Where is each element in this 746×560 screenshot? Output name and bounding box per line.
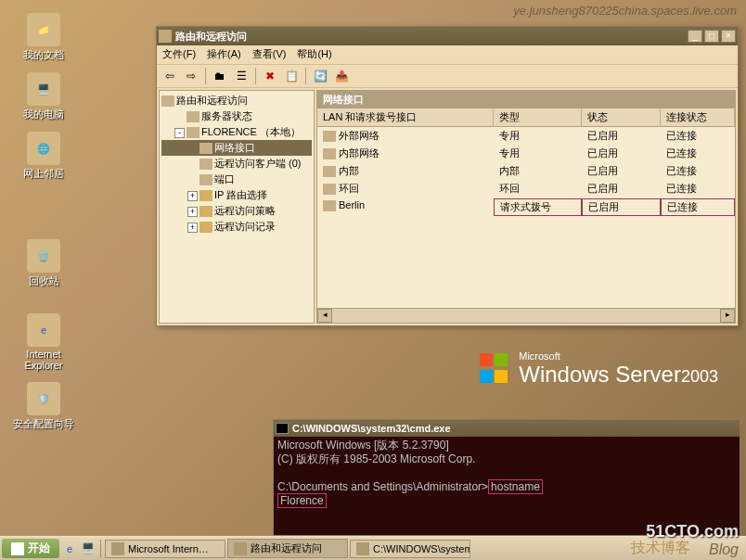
up-button[interactable]: 🖿	[211, 67, 229, 85]
cmd-output[interactable]: Microsoft Windows [版本 5.2.3790] (C) 版权所有…	[274, 437, 740, 535]
forward-button[interactable]: ⇨	[182, 67, 200, 85]
ie-icon	[111, 542, 124, 555]
tree-remote-logging[interactable]: +远程访问记录	[161, 219, 312, 235]
tree-remote-clients[interactable]: 远程访问客户端 (0)	[161, 156, 312, 172]
rras-icon	[234, 542, 247, 555]
column-status[interactable]: 状态	[582, 108, 661, 126]
menu-file[interactable]: 文件(F)	[162, 47, 196, 62]
column-conn[interactable]: 连接状态	[661, 108, 735, 126]
nic-icon	[323, 166, 336, 177]
app-icon	[159, 30, 172, 43]
cmd-icon	[276, 423, 289, 434]
tree-local-server[interactable]: -FLORENCE （本地）	[161, 124, 312, 140]
scroll-left-arrow[interactable]: ◂	[317, 309, 332, 323]
tree-server-status[interactable]: 服务器状态	[161, 108, 312, 124]
desktop-icon-network[interactable]: 🌐 网上邻居	[11, 132, 76, 181]
list-row[interactable]: 内部 内部 已启用 已连接	[317, 162, 735, 180]
nic-icon	[323, 131, 336, 142]
menu-action[interactable]: 操作(A)	[207, 47, 241, 62]
folder-icon: 📁	[27, 13, 60, 46]
taskbar-item-ie[interactable]: Microsoft Intern…	[105, 540, 225, 558]
props-button[interactable]: 📋	[282, 67, 301, 85]
quicklaunch-ie[interactable]: e	[61, 541, 78, 557]
list-column-headers: LAN 和请求拨号接口 类型 状态 连接状态	[317, 108, 735, 127]
internet-explorer-icon: e	[27, 313, 60, 347]
tree-network-interfaces[interactable]: 网络接口	[161, 140, 312, 156]
cmd-title-bar[interactable]: C:\WINDOWS\system32\cmd.exe	[274, 420, 740, 437]
quicklaunch-desktop[interactable]: 🖥️	[80, 541, 96, 557]
title-bar[interactable]: 路由和远程访问 _ □ ×	[157, 27, 738, 45]
toolbar: ⇦ ⇨ 🖿 ☰ ✖ 📋 🔄 📤	[157, 64, 738, 88]
desktop-icon-ie[interactable]: e Internet Explorer	[11, 313, 76, 371]
list-row[interactable]: 外部网络 专用 已启用 已连接	[317, 127, 735, 145]
horizontal-scrollbar[interactable]: ◂ ▸	[317, 308, 735, 323]
window-title: 路由和远程访问	[175, 30, 686, 44]
tree-root[interactable]: 路由和远程访问	[161, 93, 312, 108]
export-button[interactable]: 📤	[332, 67, 351, 85]
maximize-button[interactable]: □	[704, 30, 719, 43]
menu-help[interactable]: 帮助(H)	[297, 47, 331, 62]
list-panel: 网络接口 LAN 和请求拨号接口 类型 状态 连接状态 外部网络 专用 已启用 …	[316, 90, 736, 324]
properties-button[interactable]: ☰	[232, 67, 251, 85]
tree-ip-routing[interactable]: +IP 路由选择	[161, 187, 312, 203]
close-button[interactable]: ×	[721, 30, 736, 43]
shield-icon: 🛡️	[27, 382, 60, 415]
dial-icon	[323, 200, 336, 211]
taskbar-item-cmd[interactable]: C:\WINDOWS\system…	[350, 540, 470, 558]
desktop-icon-mycomputer[interactable]: 🖥️ 我的电脑	[11, 72, 76, 121]
computer-icon: 🖥️	[27, 72, 60, 106]
refresh-button[interactable]: 🔄	[311, 67, 329, 85]
cmd-icon	[356, 542, 369, 555]
network-icon: 🌐	[27, 132, 60, 165]
desktop-icon-recycle[interactable]: 🗑️ 回收站	[11, 239, 76, 288]
menu-view[interactable]: 查看(V)	[252, 47, 287, 62]
list-row[interactable]: 内部网络 专用 已启用 已连接	[317, 145, 735, 162]
desktop-icon-security-wizard[interactable]: 🛡️ 安全配置向导	[11, 382, 76, 431]
rras-window: 路由和远程访问 _ □ × 文件(F) 操作(A) 查看(V) 帮助(H) ⇦ …	[156, 26, 739, 326]
windows-server-logo: Microsoft Windows Server2003	[479, 350, 718, 388]
column-type[interactable]: 类型	[494, 108, 582, 126]
scroll-right-arrow[interactable]: ▸	[720, 309, 735, 323]
blog-text: Blog	[709, 541, 739, 558]
recycle-icon: 🗑️	[27, 239, 60, 273]
tree-remote-policies[interactable]: +远程访问策略	[161, 203, 312, 219]
cmd-window: C:\WINDOWS\system32\cmd.exe Microsoft Wi…	[273, 419, 740, 536]
windows-flag-icon	[11, 542, 24, 555]
cmd-hostname-output: Florence	[277, 493, 327, 508]
cmd-command: hostname	[488, 479, 543, 494]
taskbar-item-rras[interactable]: 路由和远程访问	[227, 539, 348, 558]
tree-ports[interactable]: 端口	[161, 172, 312, 187]
tree-panel: 路由和远程访问 服务器状态 -FLORENCE （本地） 网络接口 远程访问客户…	[159, 90, 315, 324]
list-row[interactable]: 环回 环回 已启用 已连接	[317, 180, 735, 197]
menu-bar: 文件(F) 操作(A) 查看(V) 帮助(H)	[157, 45, 738, 64]
list-panel-header: 网络接口	[317, 91, 735, 108]
start-button[interactable]: 开始	[2, 539, 59, 558]
column-lan[interactable]: LAN 和请求拨号接口	[317, 108, 494, 126]
list-row-berlin[interactable]: Berlin 请求式拨号 已启用 已连接	[317, 197, 735, 217]
tech-blog-text: 技术博客	[631, 539, 690, 558]
nic-icon	[323, 148, 336, 159]
nic-icon	[323, 184, 336, 195]
delete-button[interactable]: ✖	[261, 67, 279, 85]
desktop-icon-mydocs[interactable]: 📁 我的文档	[11, 13, 76, 62]
url-watermark: ye.junsheng870225china.spaces.live.com	[513, 4, 737, 18]
minimize-button[interactable]: _	[688, 30, 702, 43]
back-button[interactable]: ⇦	[161, 67, 179, 85]
